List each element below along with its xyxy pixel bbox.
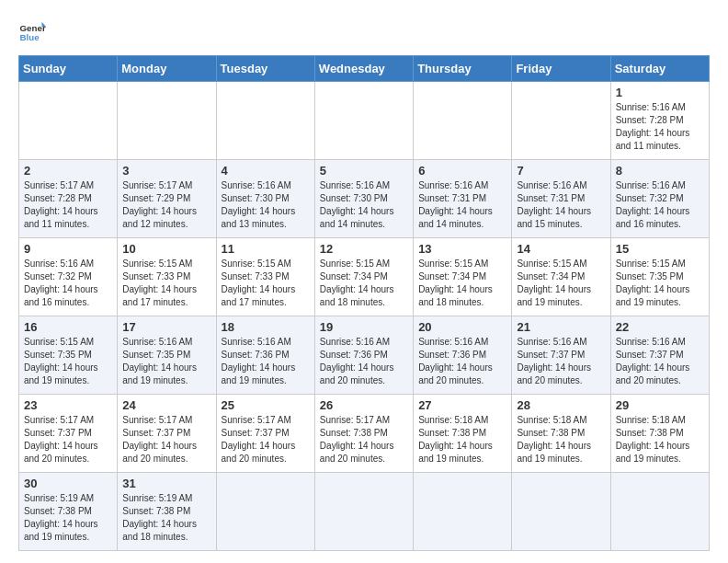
calendar-cell: 26Sunrise: 5:17 AMSunset: 7:38 PMDayligh…: [314, 395, 413, 473]
day-number: 8: [616, 164, 704, 178]
day-number: 28: [517, 398, 605, 412]
day-number: 31: [122, 477, 210, 490]
calendar-header-row: SundayMondayTuesdayWednesdayThursdayFrid…: [19, 56, 710, 82]
header-friday: Friday: [512, 56, 610, 82]
calendar-table: SundayMondayTuesdayWednesdayThursdayFrid…: [18, 55, 710, 551]
header-saturday: Saturday: [610, 56, 709, 82]
calendar-cell: 22Sunrise: 5:16 AMSunset: 7:37 PMDayligh…: [610, 316, 709, 395]
day-number: 10: [122, 242, 210, 256]
day-number: 11: [222, 242, 310, 256]
cell-text: Sunrise: 5:16 AMSunset: 7:36 PMDaylight:…: [320, 337, 394, 385]
day-number: 1: [616, 86, 704, 99]
day-number: 9: [24, 242, 112, 256]
cell-text: Sunrise: 5:16 AMSunset: 7:32 PMDaylight:…: [24, 259, 98, 307]
day-number: 6: [418, 164, 506, 178]
cell-text: Sunrise: 5:15 AMSunset: 7:35 PMDaylight:…: [616, 259, 690, 307]
cell-text: Sunrise: 5:19 AMSunset: 7:38 PMDaylight:…: [122, 493, 197, 542]
calendar-cell: 15Sunrise: 5:15 AMSunset: 7:35 PMDayligh…: [610, 238, 709, 316]
calendar-cell: 28Sunrise: 5:18 AMSunset: 7:38 PMDayligh…: [512, 395, 610, 473]
day-number: 23: [24, 398, 112, 412]
header-thursday: Thursday: [414, 56, 512, 82]
calendar-cell: 23Sunrise: 5:17 AMSunset: 7:37 PMDayligh…: [19, 395, 118, 473]
day-number: 29: [616, 398, 704, 412]
header-wednesday: Wednesday: [314, 56, 413, 82]
calendar-cell: 6Sunrise: 5:16 AMSunset: 7:31 PMDaylight…: [414, 160, 512, 238]
day-number: 16: [24, 320, 112, 334]
header-sunday: Sunday: [19, 56, 118, 82]
calendar-cell: 25Sunrise: 5:17 AMSunset: 7:37 PMDayligh…: [216, 395, 314, 473]
cell-text: Sunrise: 5:17 AMSunset: 7:37 PMDaylight:…: [222, 415, 296, 464]
cell-text: Sunrise: 5:19 AMSunset: 7:38 PMDaylight:…: [24, 493, 98, 542]
day-number: 22: [616, 320, 704, 334]
header-monday: Monday: [118, 56, 216, 82]
calendar-cell: 1Sunrise: 5:16 AMSunset: 7:28 PMDaylight…: [610, 82, 709, 160]
cell-text: Sunrise: 5:15 AMSunset: 7:33 PMDaylight:…: [222, 259, 296, 307]
cell-text: Sunrise: 5:17 AMSunset: 7:29 PMDaylight:…: [122, 180, 197, 229]
cell-text: Sunrise: 5:18 AMSunset: 7:38 PMDaylight:…: [517, 415, 591, 464]
day-number: 12: [320, 242, 408, 256]
calendar-cell: 27Sunrise: 5:18 AMSunset: 7:38 PMDayligh…: [414, 395, 512, 473]
cell-text: Sunrise: 5:16 AMSunset: 7:31 PMDaylight:…: [517, 180, 591, 229]
day-number: 7: [517, 164, 605, 178]
calendar-week-row: 16Sunrise: 5:15 AMSunset: 7:35 PMDayligh…: [19, 316, 710, 395]
logo: General Blue: [18, 18, 46, 46]
calendar-cell: 11Sunrise: 5:15 AMSunset: 7:33 PMDayligh…: [216, 238, 314, 316]
cell-text: Sunrise: 5:16 AMSunset: 7:32 PMDaylight:…: [616, 180, 690, 229]
calendar-cell: 7Sunrise: 5:16 AMSunset: 7:31 PMDaylight…: [512, 160, 610, 238]
day-number: 26: [320, 398, 408, 412]
day-number: 2: [24, 164, 112, 178]
cell-text: Sunrise: 5:16 AMSunset: 7:37 PMDaylight:…: [616, 337, 690, 385]
calendar-cell: 18Sunrise: 5:16 AMSunset: 7:36 PMDayligh…: [216, 316, 314, 395]
cell-text: Sunrise: 5:15 AMSunset: 7:35 PMDaylight:…: [24, 337, 98, 385]
calendar-cell: 19Sunrise: 5:16 AMSunset: 7:36 PMDayligh…: [314, 316, 413, 395]
calendar-cell: 4Sunrise: 5:16 AMSunset: 7:30 PMDaylight…: [216, 160, 314, 238]
day-number: 24: [122, 398, 210, 412]
calendar-cell: 14Sunrise: 5:15 AMSunset: 7:34 PMDayligh…: [512, 238, 610, 316]
cell-text: Sunrise: 5:16 AMSunset: 7:31 PMDaylight:…: [418, 180, 493, 229]
calendar-cell: 30Sunrise: 5:19 AMSunset: 7:38 PMDayligh…: [19, 473, 118, 551]
cell-text: Sunrise: 5:17 AMSunset: 7:37 PMDaylight:…: [122, 415, 197, 464]
cell-text: Sunrise: 5:18 AMSunset: 7:38 PMDaylight:…: [418, 415, 493, 464]
calendar-cell: [512, 473, 610, 551]
cell-text: Sunrise: 5:16 AMSunset: 7:35 PMDaylight:…: [122, 337, 197, 385]
calendar-week-row: 2Sunrise: 5:17 AMSunset: 7:28 PMDaylight…: [19, 160, 710, 238]
calendar-cell: [314, 82, 413, 160]
day-number: 13: [418, 242, 506, 256]
calendar-cell: [216, 473, 314, 551]
calendar-week-row: 1Sunrise: 5:16 AMSunset: 7:28 PMDaylight…: [19, 82, 710, 160]
cell-text: Sunrise: 5:15 AMSunset: 7:34 PMDaylight:…: [517, 259, 591, 307]
calendar-week-row: 9Sunrise: 5:16 AMSunset: 7:32 PMDaylight…: [19, 238, 710, 316]
svg-text:Blue: Blue: [20, 32, 40, 42]
calendar-cell: 8Sunrise: 5:16 AMSunset: 7:32 PMDaylight…: [610, 160, 709, 238]
day-number: 19: [320, 320, 408, 334]
calendar-cell: 31Sunrise: 5:19 AMSunset: 7:38 PMDayligh…: [118, 473, 216, 551]
calendar-cell: 9Sunrise: 5:16 AMSunset: 7:32 PMDaylight…: [19, 238, 118, 316]
calendar-cell: [512, 82, 610, 160]
header-tuesday: Tuesday: [216, 56, 314, 82]
day-number: 15: [616, 242, 704, 256]
cell-text: Sunrise: 5:16 AMSunset: 7:36 PMDaylight:…: [418, 337, 493, 385]
calendar-cell: 29Sunrise: 5:18 AMSunset: 7:38 PMDayligh…: [610, 395, 709, 473]
calendar-cell: 2Sunrise: 5:17 AMSunset: 7:28 PMDaylight…: [19, 160, 118, 238]
cell-text: Sunrise: 5:15 AMSunset: 7:34 PMDaylight:…: [320, 259, 394, 307]
calendar-cell: 21Sunrise: 5:16 AMSunset: 7:37 PMDayligh…: [512, 316, 610, 395]
day-number: 20: [418, 320, 506, 334]
day-number: 3: [122, 164, 210, 178]
calendar-cell: [610, 473, 709, 551]
day-number: 5: [320, 164, 408, 178]
calendar-cell: [118, 82, 216, 160]
calendar-cell: [414, 473, 512, 551]
calendar-cell: 24Sunrise: 5:17 AMSunset: 7:37 PMDayligh…: [118, 395, 216, 473]
calendar-cell: [216, 82, 314, 160]
calendar-cell: 5Sunrise: 5:16 AMSunset: 7:30 PMDaylight…: [314, 160, 413, 238]
calendar-cell: 13Sunrise: 5:15 AMSunset: 7:34 PMDayligh…: [414, 238, 512, 316]
logo-icon: General Blue: [18, 18, 46, 46]
cell-text: Sunrise: 5:16 AMSunset: 7:28 PMDaylight:…: [616, 102, 690, 151]
calendar-cell: 20Sunrise: 5:16 AMSunset: 7:36 PMDayligh…: [414, 316, 512, 395]
day-number: 25: [222, 398, 310, 412]
header: General Blue: [18, 18, 710, 46]
calendar-cell: [19, 82, 118, 160]
calendar-cell: [314, 473, 413, 551]
cell-text: Sunrise: 5:16 AMSunset: 7:36 PMDaylight:…: [222, 337, 296, 385]
cell-text: Sunrise: 5:17 AMSunset: 7:37 PMDaylight:…: [24, 415, 98, 464]
